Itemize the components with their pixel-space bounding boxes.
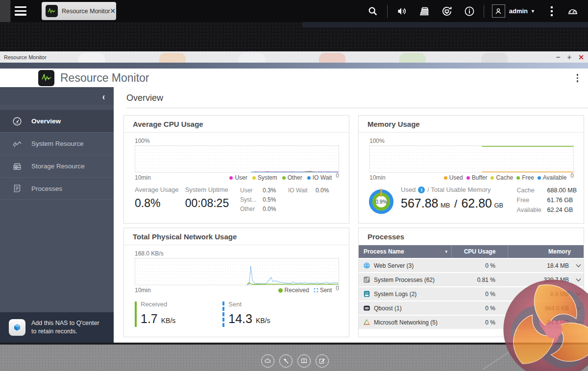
- volume-icon[interactable]: [391, 0, 413, 22]
- column-process-name[interactable]: Process Name: [364, 248, 404, 255]
- received-label: Received: [141, 301, 175, 308]
- used-legend-dot: [444, 176, 447, 180]
- memory-detail-label: Free: [517, 197, 547, 204]
- used-unit: MB: [441, 202, 450, 209]
- expand-chevron-icon[interactable]: [573, 264, 584, 268]
- network-usage-chart: [135, 258, 339, 285]
- column-cpu-usage[interactable]: CPU Usage: [452, 245, 508, 258]
- background-app-icon: [159, 53, 186, 63]
- cpu-chart-xstart: 10min: [135, 174, 151, 181]
- page-divider: [126, 108, 588, 108]
- activity-pulse-icon: [12, 139, 23, 149]
- chevron-left-icon: ‹: [102, 91, 105, 101]
- network-chart-xend: 0: [336, 285, 339, 292]
- cpu-chart-ymax: 100%: [135, 138, 339, 144]
- column-memory[interactable]: Memory: [508, 245, 584, 258]
- app-options-icon[interactable]: [576, 73, 580, 83]
- tab-close-icon[interactable]: ✕: [110, 7, 116, 15]
- minimize-button[interactable]: −: [556, 53, 561, 61]
- process-cpu: 0 %: [452, 305, 508, 312]
- sent-label: Sent: [228, 301, 270, 308]
- process-name: Microsoft Networking (5): [374, 319, 438, 326]
- resource-monitor-window: Resource Monitor − + ✕ Resource Monitor …: [0, 51, 588, 343]
- sidebar-item-label: Processes: [31, 185, 62, 192]
- qcenter-note-line1: Add this NAS to Q'center: [31, 319, 99, 327]
- process-memory: 8.6 MB: [508, 291, 573, 298]
- sent-stat: Sent 14.3 KB/s: [222, 301, 270, 326]
- maximize-button[interactable]: +: [567, 53, 572, 61]
- sidebar-item-system-resource[interactable]: System Resource: [0, 132, 114, 155]
- process-memory: 320.7 MB: [508, 277, 573, 283]
- process-list-icon: [12, 183, 23, 194]
- cloud-shortcut-icon[interactable]: [261, 354, 274, 368]
- info-icon[interactable]: [458, 0, 481, 22]
- process-memory: 664.0 KB: [508, 305, 573, 312]
- expand-chevron-icon[interactable]: [573, 321, 584, 325]
- average-usage-label: Average Usage: [135, 186, 185, 193]
- memory-chart-xend: 0: [570, 172, 574, 179]
- process-row-system-processes[interactable]: System Processes (62) 0.81 % 320.7 MB: [359, 273, 584, 286]
- sent-unit: KB/s: [256, 317, 270, 325]
- process-row-microsoft-networking[interactable]: Microsoft Networking (5) 0 % 34.4 MB: [359, 316, 584, 329]
- toolbar-divider: [387, 5, 388, 18]
- notes-compose-shortcut-icon[interactable]: [316, 354, 329, 368]
- app-header: Resource Monitor: [0, 69, 588, 87]
- user-menu[interactable]: admin ▼: [509, 7, 535, 15]
- resource-monitor-app-icon: [46, 5, 58, 17]
- desktop-dock: [261, 354, 329, 368]
- close-button[interactable]: ✕: [578, 54, 584, 61]
- desktop-dock-area: [0, 343, 588, 371]
- sidebar-item-storage-resource[interactable]: Storage Resource: [0, 155, 114, 177]
- more-options-icon[interactable]: [542, 0, 562, 22]
- processes-card: Processes Process Name▾ CPU Usage Memory…: [358, 228, 584, 337]
- process-row-qboost[interactable]: Qboost (1) 0 % 664.0 KB: [359, 301, 584, 315]
- sort-caret-icon[interactable]: ▾: [445, 249, 447, 254]
- main-menu-icon[interactable]: [15, 6, 26, 16]
- microsoft-networking-icon: [363, 319, 370, 326]
- sidebar-item-overview[interactable]: Overview: [0, 110, 114, 132]
- cpu-detail-value: 0.5%: [263, 196, 288, 203]
- qboost-icon: [363, 304, 370, 312]
- window-titlebar[interactable]: Resource Monitor − + ✕: [0, 51, 588, 63]
- expand-chevron-icon[interactable]: [573, 306, 584, 310]
- dashboard-gauge-icon[interactable]: [562, 0, 584, 22]
- tab-title: Resource Monitor: [62, 8, 110, 15]
- desktop-top-bar: Resource Monitor ✕ admin ▼: [0, 0, 588, 22]
- received-value: 1.7: [141, 312, 158, 325]
- user-avatar[interactable]: [492, 4, 505, 18]
- cpu-detail-label: IO Wait: [288, 187, 316, 194]
- cpu-detail-value: 0.0%: [263, 206, 288, 212]
- legend-label: Other: [288, 174, 302, 181]
- main-content: Overview Average CPU Usage 100% 10min Us…: [114, 87, 588, 343]
- processes-table-header: Process Name▾ CPU Usage Memory: [359, 245, 584, 258]
- background-tasks-icon[interactable]: [413, 0, 436, 22]
- toolbar-divider: [484, 5, 484, 18]
- cpu-chart-legend: User System Other IO Wait: [229, 174, 332, 181]
- process-row-web-server[interactable]: Web Server (3) 0 % 18.4 MB: [359, 259, 584, 272]
- app-tab-resource-monitor[interactable]: Resource Monitor ✕: [42, 2, 116, 20]
- sync-backup-icon[interactable]: [436, 0, 458, 22]
- qcenter-banner[interactable]: Add this NAS to Q'center to retain recor…: [0, 312, 114, 343]
- user-legend-dot: [229, 176, 233, 180]
- sidebar-item-processes[interactable]: Processes: [0, 177, 114, 200]
- network-chart-ymax: 168.0 KB/s: [135, 250, 339, 257]
- process-cpu: 0.81 %: [452, 277, 508, 283]
- processes-table: Process Name▾ CPU Usage Memory Web Serve…: [359, 245, 584, 329]
- sidebar-collapse-button[interactable]: ‹: [0, 87, 114, 105]
- dashboard-notch: [0, 0, 11, 22]
- memory-detail-value: 62.24 GB: [547, 207, 573, 213]
- cpu-detail-label: Other: [240, 206, 263, 212]
- expand-chevron-icon[interactable]: [573, 278, 584, 282]
- manual-book-shortcut-icon[interactable]: [297, 354, 311, 368]
- search-icon[interactable]: [362, 0, 384, 22]
- expand-chevron-icon[interactable]: [573, 292, 584, 296]
- free-legend-dot: [516, 176, 520, 180]
- sidebar: ‹ Overview System Resource Storage Resou…: [0, 87, 114, 343]
- card-title: Processes: [368, 232, 404, 241]
- used-suffix: / Total Usable Memory: [427, 186, 490, 193]
- background-app-icon: [78, 53, 105, 63]
- info-tooltip-icon[interactable]: i: [418, 186, 425, 193]
- process-row-system-logs[interactable]: System Logs (2) 0 % 8.6 MB: [359, 287, 584, 301]
- legend-label: IO Wait: [313, 174, 332, 181]
- utilities-hammer-shortcut-icon[interactable]: [279, 354, 293, 368]
